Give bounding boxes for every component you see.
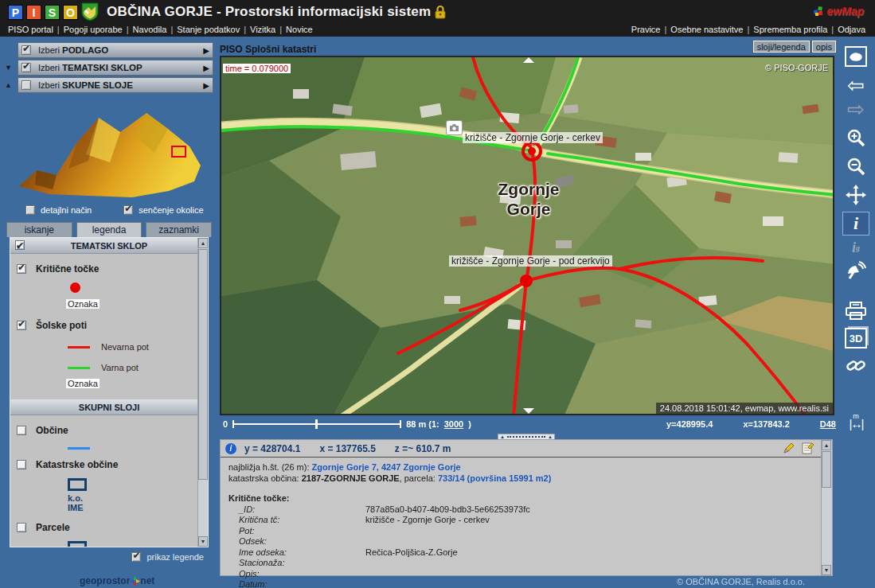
map-datetime-overlay: 24.08.2018 15:01:42, ewmap, www.realis.s… bbox=[656, 403, 833, 414]
menu-sprememba-profila[interactable]: Sprememba profila bbox=[753, 25, 827, 34]
back-view-button[interactable]: ⇦ bbox=[842, 73, 869, 97]
scroll-up-icon[interactable]: ▲ bbox=[822, 440, 831, 450]
forward-view-button[interactable]: ⇨ bbox=[842, 97, 869, 121]
nevarna-pot-legend-item: Nevarna pot bbox=[10, 342, 208, 352]
legend-scroll-thumb[interactable] bbox=[198, 249, 208, 480]
accordion-expand-icon[interactable]: ▶ bbox=[203, 81, 209, 90]
layer-label: Kritične točke bbox=[36, 263, 99, 275]
accordion-toggle-icon[interactable]: ▲ bbox=[5, 81, 18, 89]
notes-icon[interactable] bbox=[802, 442, 814, 454]
scroll-down-icon[interactable]: ▼ bbox=[198, 536, 208, 547]
pan-button[interactable] bbox=[842, 183, 869, 207]
attribute-row: Stacionaža: bbox=[229, 558, 824, 569]
ewmap-logo: ewMap bbox=[814, 5, 864, 18]
solske-poti-checkbox[interactable] bbox=[17, 321, 26, 330]
legend-scrollbar[interactable]: ▲ ▼ bbox=[197, 238, 208, 547]
pan-south-arrow[interactable] bbox=[523, 408, 534, 414]
menu-piso-portal[interactable]: PISO portal bbox=[8, 25, 53, 34]
address-link[interactable]: Zgornje Gorje 7, 4247 Zgornje Gorje bbox=[312, 462, 461, 472]
cadastral-municipality: 2187-ZGORNJE GORJE bbox=[302, 473, 400, 483]
varna-pot-label: Varna pot bbox=[101, 363, 139, 372]
identify-tool-button-active[interactable]: i bbox=[842, 212, 869, 236]
edit-pencil-icon[interactable] bbox=[783, 442, 795, 454]
municipality-coat-of-arms-icon bbox=[81, 2, 99, 21]
pan-north-arrow[interactable] bbox=[523, 57, 534, 63]
parcele-checkbox[interactable] bbox=[17, 523, 26, 532]
prikaz-legende-option[interactable]: prikaz legende bbox=[5, 552, 204, 562]
accordion-expand-icon[interactable]: ▶ bbox=[203, 46, 209, 55]
menu-osebne-nastavitve[interactable]: Osebne nastavitve bbox=[670, 25, 743, 34]
accordion-label: Izberi PODLAGO bbox=[38, 45, 108, 55]
accordion-skupne-header[interactable]: Izberi SKUPNE SLOJE ▶ bbox=[18, 77, 213, 93]
menu-separator: | bbox=[170, 25, 173, 34]
scroll-up-icon[interactable]: ▲ bbox=[198, 238, 208, 248]
info-panel-scrollbar[interactable]: ▲ ▼ bbox=[821, 440, 832, 575]
print-button[interactable] bbox=[842, 299, 869, 323]
menu-novice[interactable]: Novice bbox=[286, 25, 313, 34]
accordion-tematski-header[interactable]: Izberi TEMATSKI SKLOP ▶ bbox=[18, 60, 213, 76]
map-panel-title: PISO Splošni katastri bbox=[220, 44, 316, 55]
menu-navodila[interactable]: Navodila bbox=[133, 25, 167, 34]
terrain-options: detajlni način senčenje okolice bbox=[5, 205, 213, 215]
accordion-podlago-header[interactable]: Izberi PODLAGO ▶ bbox=[18, 42, 213, 58]
accordion-tematski-sklop: ▼ Izberi TEMATSKI SKLOP ▶ bbox=[5, 60, 213, 76]
sloji-legenda-button[interactable]: sloji/legenda bbox=[753, 41, 810, 53]
app-title: OBČINA GORJE - Prostorski informacijski … bbox=[107, 4, 431, 20]
info-scroll-thumb[interactable] bbox=[822, 451, 831, 488]
oznaka-chip: Oznaka bbox=[66, 299, 100, 309]
layer-label: Parcele bbox=[36, 522, 70, 533]
detajlni-nacin-checkbox[interactable] bbox=[25, 205, 35, 215]
tab-legenda[interactable]: legenda bbox=[76, 222, 143, 237]
detajlni-nacin-option[interactable]: detajlni način bbox=[25, 205, 92, 215]
varna-pot-line-symbol bbox=[68, 367, 90, 369]
opis-button[interactable]: opis bbox=[812, 41, 836, 53]
accordion-toggle-icon[interactable]: ▼ bbox=[5, 64, 18, 72]
podlago-checkbox[interactable] bbox=[21, 45, 31, 55]
menu-stanje-podatkov[interactable]: Stanje podatkov bbox=[177, 25, 240, 34]
menu-pravice[interactable]: Pravice bbox=[631, 25, 661, 34]
menu-odjava[interactable]: Odjava bbox=[838, 25, 865, 34]
info-panel: ▲ ▲ i y = 428704.1x = 137765.5z =~ 610.7… bbox=[220, 439, 833, 576]
menu-separator: | bbox=[747, 25, 749, 34]
gps-button[interactable] bbox=[842, 259, 869, 283]
footer-copyright: © OBČINA GORJE, Realis d.o.o. bbox=[677, 577, 805, 586]
tab-zaznamki[interactable]: zaznamki bbox=[146, 222, 212, 237]
skupne-checkbox[interactable] bbox=[21, 80, 31, 90]
splitter-dots bbox=[507, 436, 545, 438]
accordion-skupne-sloje: ▲ Izberi SKUPNE SLOJE ▶ bbox=[5, 77, 213, 93]
info-panel-body: najbližja h.št. (26 m): Zgornje Gorje 7,… bbox=[221, 458, 832, 588]
photo-marker-icon[interactable] bbox=[446, 120, 463, 135]
menu-pogoji-uporabe[interactable]: Pogoji uporabe bbox=[64, 25, 123, 34]
obcine-symbol-row bbox=[10, 447, 208, 450]
menu-vizitka[interactable]: Vizitka bbox=[250, 25, 275, 34]
obcine-checkbox[interactable] bbox=[17, 426, 26, 435]
tematski-group-checkbox[interactable] bbox=[15, 240, 25, 250]
identify-group-tool-button[interactable]: ig bbox=[842, 236, 869, 259]
katastrske-checkbox[interactable] bbox=[17, 460, 26, 469]
accordion-expand-icon[interactable]: ▶ bbox=[203, 64, 209, 72]
full-extent-button[interactable] bbox=[842, 45, 869, 68]
tab-iskanje[interactable]: iskanje bbox=[6, 222, 72, 237]
scale-value-link[interactable]: 3000 bbox=[444, 419, 463, 429]
feature-section-title: Kritične točke: bbox=[229, 493, 289, 503]
kriticne-tocke-checkbox[interactable] bbox=[17, 264, 26, 274]
panel-splitter[interactable]: ▲ ▲ bbox=[498, 434, 555, 440]
cursor-coord-x: x=137843.2 bbox=[743, 419, 789, 429]
layer-katastrske-obcine: Katastrske občine bbox=[17, 459, 208, 470]
share-link-button[interactable] bbox=[842, 353, 869, 377]
zoom-in-button[interactable] bbox=[842, 126, 869, 150]
measure-button[interactable]: m |↔| bbox=[842, 409, 869, 433]
sencenje-okolice-checkbox[interactable] bbox=[123, 205, 133, 215]
view-3d-button[interactable]: 3D bbox=[845, 328, 867, 349]
parcel-link[interactable]: 733/14 (površina 15991 m2) bbox=[438, 473, 551, 483]
prikaz-legende-checkbox[interactable] bbox=[131, 552, 141, 562]
obcine-line-symbol bbox=[68, 447, 90, 450]
crs-link[interactable]: D48 bbox=[820, 419, 836, 429]
geoprostor-logo[interactable]: geoprostor net bbox=[80, 575, 154, 586]
map-viewport[interactable]: time = 0.079000 © PISO-GORJE križišče - … bbox=[220, 56, 834, 415]
tematski-checkbox[interactable] bbox=[21, 63, 31, 72]
terrain-3d-preview[interactable] bbox=[13, 97, 207, 203]
sencenje-okolice-option[interactable]: senčenje okolice bbox=[123, 205, 203, 215]
zoom-out-button[interactable] bbox=[842, 154, 869, 178]
menu-separator: | bbox=[244, 25, 246, 34]
